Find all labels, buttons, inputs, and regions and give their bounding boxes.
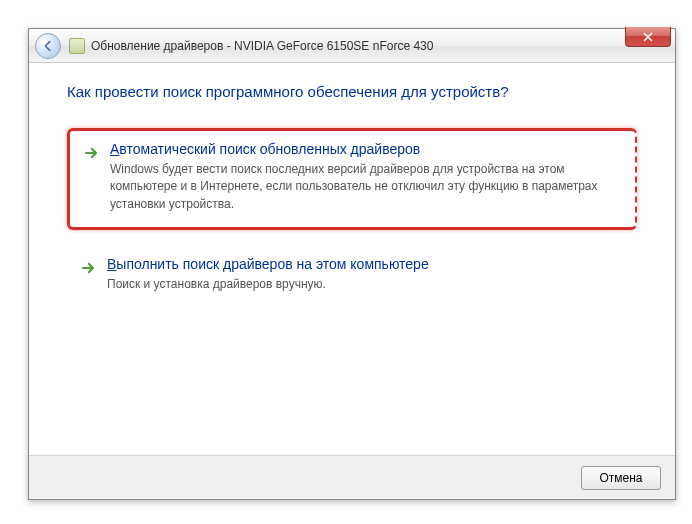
back-arrow-icon [41,39,55,53]
close-icon [643,32,653,42]
option-title: Выполнить поиск драйверов на этом компью… [107,256,621,272]
driver-update-window: Обновление драйверов - NVIDIA GeForce 61… [28,28,676,500]
option-description: Поиск и установка драйверов вручную. [107,276,621,293]
back-button[interactable] [35,33,61,59]
option-auto-search[interactable]: Автоматический поиск обновленных драйвер… [67,128,637,230]
arrow-icon [81,260,97,276]
option-manual-search[interactable]: Выполнить поиск драйверов на этом компью… [67,246,637,307]
arrow-icon [84,145,100,161]
cancel-button[interactable]: Отмена [581,466,661,490]
window-icon [69,38,85,54]
window-title: Обновление драйверов - NVIDIA GeForce 61… [91,39,669,53]
option-title: Автоматический поиск обновленных драйвер… [110,141,619,157]
content-area: Как провести поиск программного обеспече… [29,63,675,308]
option-description: Windows будет вести поиск последних верс… [110,161,619,213]
close-button[interactable] [625,27,671,47]
footer: Отмена [29,455,675,499]
titlebar: Обновление драйверов - NVIDIA GeForce 61… [29,29,675,63]
page-heading: Как провести поиск программного обеспече… [67,83,637,100]
